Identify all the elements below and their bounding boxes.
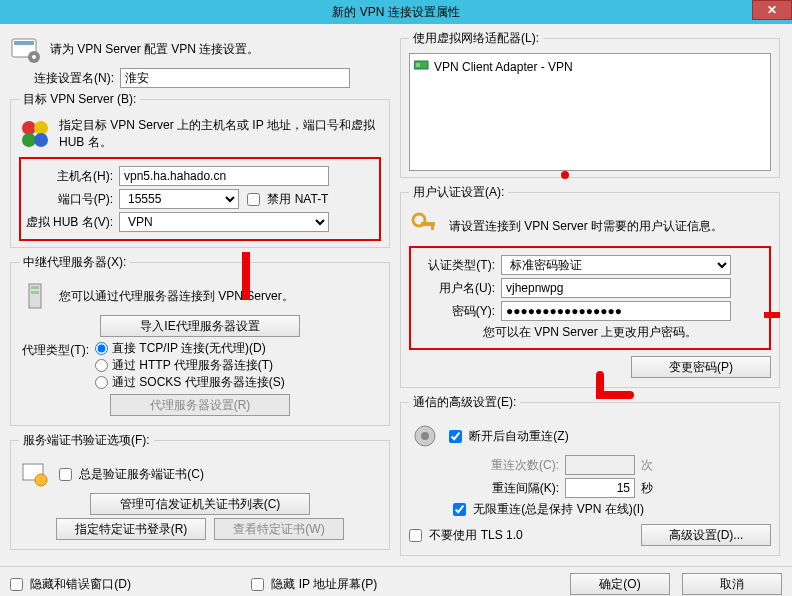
intro-text: 请为 VPN Server 配置 VPN 连接设置。 <box>50 41 259 58</box>
relay-legend: 中继代理服务器(X): <box>19 254 130 271</box>
proxy-direct-radio[interactable] <box>95 342 108 355</box>
ok-button[interactable]: 确定(O) <box>570 573 670 595</box>
adv-more-button[interactable]: 高级设置(D)... <box>641 524 771 546</box>
infinite-reconnect-checkbox[interactable] <box>453 503 466 516</box>
auth-desc: 请设置连接到 VPN Server 时需要的用户认证信息。 <box>449 218 723 235</box>
adapter-legend: 使用虚拟网络适配器(L): <box>409 30 543 47</box>
hub-label: 虚拟 HUB 名(V): <box>25 214 113 231</box>
settings-icon <box>10 33 42 65</box>
svg-rect-9 <box>31 286 39 289</box>
adv-group: 通信的高级设置(E): 断开后自动重连(Z) 重连次数(C): 次 重连间隔(K… <box>400 394 780 556</box>
ssl-always-verify-checkbox[interactable] <box>59 468 72 481</box>
auth-group: 用户认证设置(A): 请设置连接到 VPN Server 时需要的用户认证信息。… <box>400 184 780 388</box>
target-server-legend: 目标 VPN Server (B): <box>19 91 140 108</box>
auth-type-label: 认证类型(T): <box>415 257 495 274</box>
svg-rect-14 <box>416 63 420 67</box>
conn-name-input[interactable] <box>120 68 350 88</box>
ssl-legend: 服务端证书验证选项(F): <box>19 432 154 449</box>
key-icon <box>409 210 441 242</box>
titlebar: 新的 VPN 连接设置属性 ✕ <box>0 0 792 24</box>
ssl-view-cert-button: 查看特定证书(W) <box>214 518 344 540</box>
user-input[interactable] <box>501 278 731 298</box>
ssl-group: 服务端证书验证选项(F): 总是验证服务端证书(C) 管理可信发证机关证书列表(… <box>10 432 390 550</box>
cert-icon <box>19 458 51 490</box>
no-tls10-wrap[interactable]: 不要使用 TLS 1.0 <box>409 527 523 544</box>
infinite-reconnect-wrap[interactable]: 无限重连(总是保持 VPN 在线)(I) <box>453 501 644 518</box>
user-label: 用户名(U): <box>415 280 495 297</box>
auto-reconnect-wrap[interactable]: 断开后自动重连(Z) <box>449 428 569 445</box>
retry-count-input <box>565 455 635 475</box>
adapter-list[interactable]: VPN Client Adapter - VPN <box>409 53 771 171</box>
proxy-socks-radio[interactable] <box>95 376 108 389</box>
svg-point-4 <box>22 121 36 135</box>
proxy-settings-button: 代理服务器设置(R) <box>110 394 290 416</box>
relay-desc: 您可以通过代理服务器连接到 VPN Server。 <box>59 288 294 305</box>
nat-t-checkbox-wrap[interactable]: 禁用 NAT-T <box>247 191 328 208</box>
relay-group: 中继代理服务器(X): 您可以通过代理服务器连接到 VPN Server。 导入… <box>10 254 390 426</box>
gear-icon <box>409 420 441 452</box>
cancel-button[interactable]: 取消 <box>682 573 782 595</box>
retry-interval-label: 重连间隔(K): <box>409 480 559 497</box>
proxy-http-radio-wrap[interactable]: 通过 HTTP 代理服务器连接(T) <box>95 358 273 372</box>
proxy-http-radio[interactable] <box>95 359 108 372</box>
ssl-register-cert-button[interactable]: 指定特定证书登录(R) <box>56 518 206 540</box>
server-icon <box>19 118 51 150</box>
adv-legend: 通信的高级设置(E): <box>409 394 520 411</box>
retry-count-suffix: 次 <box>641 457 653 474</box>
proxy-icon <box>19 280 51 312</box>
change-pass-button[interactable]: 变更密码(P) <box>631 356 771 378</box>
close-button[interactable]: ✕ <box>752 0 792 20</box>
target-desc: 指定目标 VPN Server 上的主机名或 IP 地址，端口号和虚拟 HUB … <box>59 117 381 151</box>
port-label: 端口号(P): <box>25 191 113 208</box>
svg-point-3 <box>32 55 36 59</box>
hide-error-checkbox[interactable] <box>10 578 23 591</box>
pass-label: 密码(Y): <box>415 303 495 320</box>
svg-point-5 <box>34 121 48 135</box>
auth-type-select[interactable]: 标准密码验证 <box>501 255 731 275</box>
retry-interval-input[interactable] <box>565 478 635 498</box>
import-ie-button[interactable]: 导入IE代理服务器设置 <box>100 315 300 337</box>
port-select[interactable]: 15555 <box>119 189 239 209</box>
auth-legend: 用户认证设置(A): <box>409 184 508 201</box>
svg-point-12 <box>35 474 47 486</box>
hide-ip-checkbox[interactable] <box>251 578 264 591</box>
hide-error-wrap[interactable]: 隐藏和错误窗口(D) <box>10 576 131 593</box>
nic-icon <box>414 59 430 74</box>
adapter-list-item[interactable]: VPN Client Adapter - VPN <box>414 59 766 74</box>
nat-t-checkbox[interactable] <box>247 193 260 206</box>
svg-point-7 <box>34 133 48 147</box>
svg-rect-16 <box>421 222 435 226</box>
ssl-manage-ca-button[interactable]: 管理可信发证机关证书列表(C) <box>90 493 310 515</box>
hub-select[interactable]: VPN <box>119 212 329 232</box>
conn-name-label: 连接设置名(N): <box>10 70 114 87</box>
svg-rect-10 <box>31 291 39 294</box>
auto-reconnect-checkbox[interactable] <box>449 430 462 443</box>
retry-count-label: 重连次数(C): <box>409 457 559 474</box>
proxy-socks-radio-wrap[interactable]: 通过 SOCKS 代理服务器连接(S) <box>95 375 285 389</box>
target-server-group: 目标 VPN Server (B): 指定目标 VPN Server 上的主机名… <box>10 91 390 248</box>
hide-ip-wrap[interactable]: 隐藏 IP 地址屏幕(P) <box>251 576 377 593</box>
svg-rect-1 <box>14 41 34 45</box>
svg-point-6 <box>22 133 36 147</box>
proxy-type-label: 代理类型(T): <box>19 342 89 359</box>
no-tls10-checkbox[interactable] <box>409 529 422 542</box>
pass-input[interactable] <box>501 301 731 321</box>
retry-interval-suffix: 秒 <box>641 480 653 497</box>
host-label: 主机名(H): <box>25 168 113 185</box>
host-input[interactable] <box>119 166 329 186</box>
adapter-group: 使用虚拟网络适配器(L): VPN Client Adapter - VPN <box>400 30 780 178</box>
proxy-direct-radio-wrap[interactable]: 直接 TCP/IP 连接(无代理)(D) <box>95 341 266 355</box>
window-title: 新的 VPN 连接设置属性 <box>332 4 459 21</box>
svg-point-19 <box>421 432 429 440</box>
pass-hint: 您可以在 VPN Server 上更改用户密码。 <box>483 324 697 341</box>
nat-t-label: 禁用 NAT-T <box>267 192 328 206</box>
ssl-always-verify-wrap[interactable]: 总是验证服务端证书(C) <box>59 466 204 483</box>
svg-rect-17 <box>431 226 434 230</box>
